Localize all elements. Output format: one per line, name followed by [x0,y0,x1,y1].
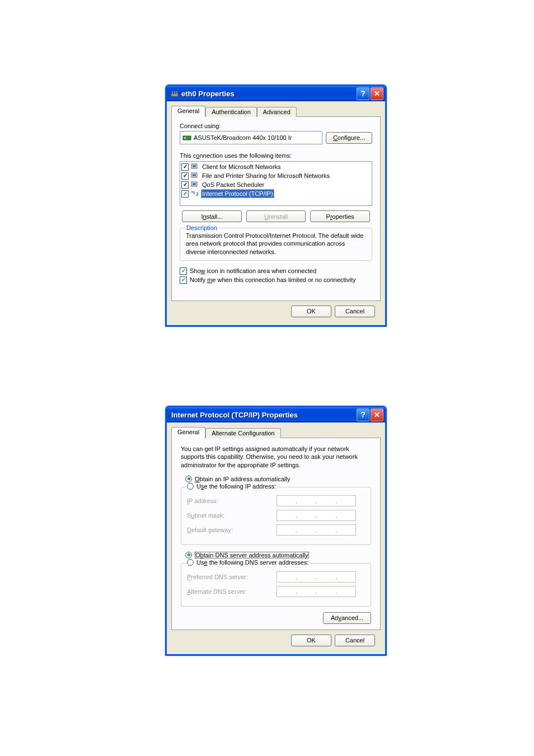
description-group: Description Transmission Control Protoco… [180,228,372,261]
tab-general[interactable]: General [171,106,205,117]
tab-authentication[interactable]: Authentication [205,107,257,117]
pref-dns-label: Preferred DNS server: [187,574,277,580]
pref-dns-input: ... [277,571,356,583]
close-button[interactable]: ✕ [371,408,383,421]
help-button[interactable]: ? [357,87,369,100]
uninstall-button: Uninstall [246,210,306,222]
tcpip-icon [190,190,199,198]
tab-alt-config[interactable]: Alternate Configuration [205,428,281,438]
properties-button[interactable]: Properties [310,210,370,222]
checkbox-icon[interactable] [181,190,189,198]
gateway-label: Default gateway: [187,527,277,533]
description-legend: Description [185,224,219,231]
tab-general[interactable]: General [171,427,205,438]
tab-panel-general: Connect using: ASUSTeK/Broadcom 440x 10/… [171,116,381,301]
alt-dns-input: ... [277,586,356,597]
window-title: eth0 Properties [181,90,357,98]
svg-rect-9 [193,174,196,176]
description-text: Transmission Control Protocol/Internet P… [186,232,366,256]
configure-button[interactable]: Configure... [326,132,372,144]
checkbox-icon[interactable] [181,163,189,171]
ip-address-input: ... [277,495,356,506]
svg-rect-11 [193,183,196,185]
static-ip-group: Use the following IP address: IP address… [181,487,371,545]
show-icon-label: Show icon in notification area when conn… [190,267,316,274]
radio-static-ip[interactable] [187,483,194,490]
radio-auto-dns-label: Obtain DNS server address automatically [195,552,309,558]
ip-address-label: IP address: [187,497,277,504]
close-button[interactable]: ✕ [371,87,383,100]
list-item[interactable]: Client for Microsoft Networks [181,162,371,171]
tab-strip: General Authentication Advanced [171,106,381,117]
help-button[interactable]: ? [357,408,369,421]
window-title: Internet Protocol (TCP/IP) Properties [171,411,357,419]
titlebar[interactable]: eth0 Properties ? ✕ [167,86,385,101]
svg-rect-7 [193,165,196,167]
tcpip-properties-dialog: Internet Protocol (TCP/IP) Properties ? … [165,406,387,656]
radio-static-ip-label: Use the following IP address: [196,483,276,490]
svg-rect-5 [184,137,186,139]
advanced-button[interactable]: Advanced... [323,612,371,624]
gateway-input: ... [277,524,356,536]
connect-using-label: Connect using: [180,123,372,129]
checkbox-icon[interactable] [181,172,189,180]
nic-icon [182,134,191,142]
subnet-label: Subnet mask: [187,512,277,519]
tab-strip: General Alternate Configuration [171,427,381,438]
svg-rect-0 [171,94,178,96]
show-icon-checkbox[interactable] [180,267,187,275]
radio-static-dns[interactable] [187,559,194,566]
alt-dns-label: Alternate DNS server: [187,588,277,595]
eth0-properties-dialog: eth0 Properties ? ✕ General Authenticati… [165,84,387,327]
intro-text: You can get IP settings assigned automat… [181,445,371,469]
ok-button[interactable]: OK [291,306,331,317]
titlebar[interactable]: Internet Protocol (TCP/IP) Properties ? … [167,407,385,422]
adapter-field: ASUSTeK/Broadcom 440x 10/100 Ir [180,131,322,144]
svg-point-13 [197,192,199,194]
static-dns-group: Use the following DNS server addresses: … [181,563,371,607]
component-list[interactable]: Client for Microsoft Networks File and P… [180,161,372,206]
list-item[interactable]: File and Printer Sharing for Microsoft N… [181,171,371,180]
items-label: This connection uses the following items… [180,152,372,159]
checkbox-icon[interactable] [181,181,189,189]
radio-auto-dns[interactable] [185,552,192,558]
radio-auto-ip-label: Obtain an IP address automatically [195,476,290,482]
tab-advanced[interactable]: Advanced [257,107,297,117]
client-icon [190,163,199,171]
qos-icon [190,181,199,189]
radio-auto-ip[interactable] [185,476,192,482]
cancel-button[interactable]: Cancel [335,306,375,317]
adapter-name: ASUSTeK/Broadcom 440x 10/100 Ir [194,134,292,141]
share-icon [190,172,199,180]
radio-static-dns-label: Use the following DNS server addresses: [196,559,309,566]
install-button[interactable]: Install... [182,210,242,222]
tab-panel-general: You can get IP settings assigned automat… [171,438,381,630]
list-item[interactable]: QoS Packet Scheduler [181,180,371,189]
svg-point-12 [191,191,193,193]
network-adapter-icon [170,89,179,98]
list-item-selected[interactable]: Internet Protocol (TCP/IP) [181,189,371,198]
ok-button[interactable]: OK [291,635,331,646]
subnet-input: ... [277,510,356,521]
notify-checkbox[interactable] [180,276,187,284]
notify-label: Notify me when this connection has limit… [190,276,356,283]
cancel-button[interactable]: Cancel [335,635,375,646]
